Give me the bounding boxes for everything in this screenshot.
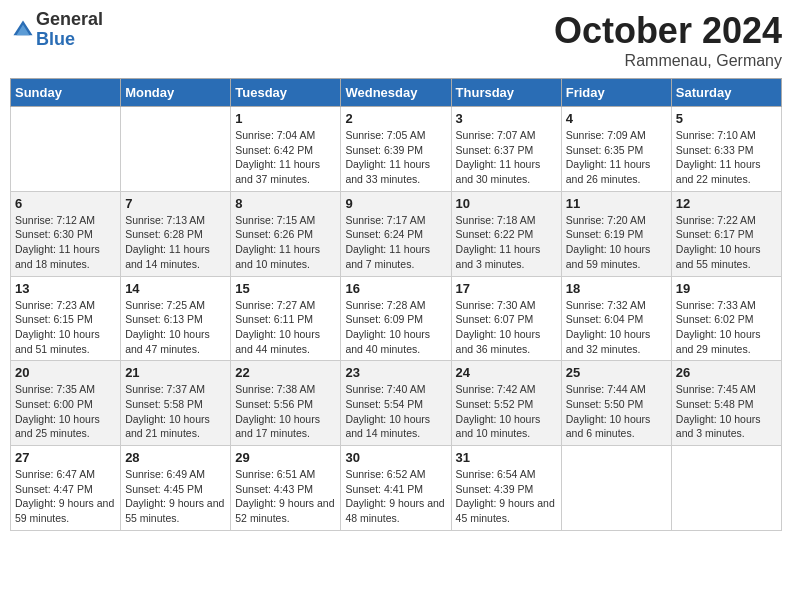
calendar-cell: 2Sunrise: 7:05 AMSunset: 6:39 PMDaylight… [341, 107, 451, 192]
day-number: 31 [456, 450, 557, 465]
day-of-week-header: Monday [121, 79, 231, 107]
calendar-cell: 24Sunrise: 7:42 AMSunset: 5:52 PMDayligh… [451, 361, 561, 446]
day-info: Sunrise: 7:07 AMSunset: 6:37 PMDaylight:… [456, 128, 557, 187]
day-number: 22 [235, 365, 336, 380]
day-number: 20 [15, 365, 116, 380]
day-info: Sunrise: 7:45 AMSunset: 5:48 PMDaylight:… [676, 382, 777, 441]
day-of-week-header: Tuesday [231, 79, 341, 107]
day-info: Sunrise: 7:17 AMSunset: 6:24 PMDaylight:… [345, 213, 446, 272]
calendar-header-row: SundayMondayTuesdayWednesdayThursdayFrid… [11, 79, 782, 107]
calendar-cell [121, 107, 231, 192]
day-number: 1 [235, 111, 336, 126]
day-number: 12 [676, 196, 777, 211]
day-number: 23 [345, 365, 446, 380]
day-number: 3 [456, 111, 557, 126]
day-info: Sunrise: 7:28 AMSunset: 6:09 PMDaylight:… [345, 298, 446, 357]
calendar-cell: 8Sunrise: 7:15 AMSunset: 6:26 PMDaylight… [231, 191, 341, 276]
calendar-cell [671, 446, 781, 531]
calendar-cell [11, 107, 121, 192]
calendar-week-row: 1Sunrise: 7:04 AMSunset: 6:42 PMDaylight… [11, 107, 782, 192]
day-number: 26 [676, 365, 777, 380]
calendar-cell: 21Sunrise: 7:37 AMSunset: 5:58 PMDayligh… [121, 361, 231, 446]
day-number: 9 [345, 196, 446, 211]
day-number: 28 [125, 450, 226, 465]
location-title: Rammenau, Germany [554, 52, 782, 70]
month-title: October 2024 [554, 10, 782, 52]
page-header: General Blue October 2024 Rammenau, Germ… [10, 10, 782, 70]
calendar-cell: 23Sunrise: 7:40 AMSunset: 5:54 PMDayligh… [341, 361, 451, 446]
day-number: 5 [676, 111, 777, 126]
calendar-cell: 27Sunrise: 6:47 AMSunset: 4:47 PMDayligh… [11, 446, 121, 531]
day-info: Sunrise: 7:40 AMSunset: 5:54 PMDaylight:… [345, 382, 446, 441]
calendar-week-row: 6Sunrise: 7:12 AMSunset: 6:30 PMDaylight… [11, 191, 782, 276]
day-info: Sunrise: 7:42 AMSunset: 5:52 PMDaylight:… [456, 382, 557, 441]
calendar-cell: 20Sunrise: 7:35 AMSunset: 6:00 PMDayligh… [11, 361, 121, 446]
day-number: 2 [345, 111, 446, 126]
calendar-cell: 3Sunrise: 7:07 AMSunset: 6:37 PMDaylight… [451, 107, 561, 192]
calendar-cell: 6Sunrise: 7:12 AMSunset: 6:30 PMDaylight… [11, 191, 121, 276]
day-number: 25 [566, 365, 667, 380]
day-number: 14 [125, 281, 226, 296]
day-number: 17 [456, 281, 557, 296]
day-info: Sunrise: 7:13 AMSunset: 6:28 PMDaylight:… [125, 213, 226, 272]
calendar-cell: 5Sunrise: 7:10 AMSunset: 6:33 PMDaylight… [671, 107, 781, 192]
day-number: 13 [15, 281, 116, 296]
calendar-cell: 10Sunrise: 7:18 AMSunset: 6:22 PMDayligh… [451, 191, 561, 276]
calendar-cell: 15Sunrise: 7:27 AMSunset: 6:11 PMDayligh… [231, 276, 341, 361]
day-of-week-header: Friday [561, 79, 671, 107]
calendar-table: SundayMondayTuesdayWednesdayThursdayFrid… [10, 78, 782, 531]
calendar-cell: 7Sunrise: 7:13 AMSunset: 6:28 PMDaylight… [121, 191, 231, 276]
day-info: Sunrise: 7:23 AMSunset: 6:15 PMDaylight:… [15, 298, 116, 357]
day-info: Sunrise: 6:52 AMSunset: 4:41 PMDaylight:… [345, 467, 446, 526]
day-info: Sunrise: 6:51 AMSunset: 4:43 PMDaylight:… [235, 467, 336, 526]
day-number: 24 [456, 365, 557, 380]
calendar-cell: 1Sunrise: 7:04 AMSunset: 6:42 PMDaylight… [231, 107, 341, 192]
calendar-cell: 14Sunrise: 7:25 AMSunset: 6:13 PMDayligh… [121, 276, 231, 361]
day-number: 6 [15, 196, 116, 211]
calendar-cell: 9Sunrise: 7:17 AMSunset: 6:24 PMDaylight… [341, 191, 451, 276]
calendar-cell: 17Sunrise: 7:30 AMSunset: 6:07 PMDayligh… [451, 276, 561, 361]
calendar-cell: 12Sunrise: 7:22 AMSunset: 6:17 PMDayligh… [671, 191, 781, 276]
day-info: Sunrise: 7:09 AMSunset: 6:35 PMDaylight:… [566, 128, 667, 187]
calendar-week-row: 27Sunrise: 6:47 AMSunset: 4:47 PMDayligh… [11, 446, 782, 531]
day-info: Sunrise: 7:38 AMSunset: 5:56 PMDaylight:… [235, 382, 336, 441]
calendar-cell: 19Sunrise: 7:33 AMSunset: 6:02 PMDayligh… [671, 276, 781, 361]
calendar-cell [561, 446, 671, 531]
calendar-cell: 4Sunrise: 7:09 AMSunset: 6:35 PMDaylight… [561, 107, 671, 192]
calendar-week-row: 13Sunrise: 7:23 AMSunset: 6:15 PMDayligh… [11, 276, 782, 361]
day-number: 4 [566, 111, 667, 126]
day-of-week-header: Wednesday [341, 79, 451, 107]
day-number: 19 [676, 281, 777, 296]
calendar-cell: 13Sunrise: 7:23 AMSunset: 6:15 PMDayligh… [11, 276, 121, 361]
calendar-cell: 28Sunrise: 6:49 AMSunset: 4:45 PMDayligh… [121, 446, 231, 531]
day-info: Sunrise: 6:47 AMSunset: 4:47 PMDaylight:… [15, 467, 116, 526]
calendar-cell: 25Sunrise: 7:44 AMSunset: 5:50 PMDayligh… [561, 361, 671, 446]
calendar-week-row: 20Sunrise: 7:35 AMSunset: 6:00 PMDayligh… [11, 361, 782, 446]
day-number: 21 [125, 365, 226, 380]
day-info: Sunrise: 7:33 AMSunset: 6:02 PMDaylight:… [676, 298, 777, 357]
day-info: Sunrise: 7:22 AMSunset: 6:17 PMDaylight:… [676, 213, 777, 272]
day-info: Sunrise: 7:27 AMSunset: 6:11 PMDaylight:… [235, 298, 336, 357]
title-area: October 2024 Rammenau, Germany [554, 10, 782, 70]
day-info: Sunrise: 6:54 AMSunset: 4:39 PMDaylight:… [456, 467, 557, 526]
day-number: 30 [345, 450, 446, 465]
day-number: 29 [235, 450, 336, 465]
calendar-cell: 30Sunrise: 6:52 AMSunset: 4:41 PMDayligh… [341, 446, 451, 531]
day-info: Sunrise: 6:49 AMSunset: 4:45 PMDaylight:… [125, 467, 226, 526]
calendar-cell: 11Sunrise: 7:20 AMSunset: 6:19 PMDayligh… [561, 191, 671, 276]
day-number: 18 [566, 281, 667, 296]
calendar-cell: 16Sunrise: 7:28 AMSunset: 6:09 PMDayligh… [341, 276, 451, 361]
logo-icon [12, 19, 34, 41]
day-info: Sunrise: 7:35 AMSunset: 6:00 PMDaylight:… [15, 382, 116, 441]
logo-blue-text: Blue [36, 29, 75, 49]
day-info: Sunrise: 7:04 AMSunset: 6:42 PMDaylight:… [235, 128, 336, 187]
day-number: 8 [235, 196, 336, 211]
calendar-body: 1Sunrise: 7:04 AMSunset: 6:42 PMDaylight… [11, 107, 782, 531]
day-number: 11 [566, 196, 667, 211]
day-info: Sunrise: 7:15 AMSunset: 6:26 PMDaylight:… [235, 213, 336, 272]
day-info: Sunrise: 7:12 AMSunset: 6:30 PMDaylight:… [15, 213, 116, 272]
day-number: 15 [235, 281, 336, 296]
day-number: 7 [125, 196, 226, 211]
day-info: Sunrise: 7:05 AMSunset: 6:39 PMDaylight:… [345, 128, 446, 187]
calendar-cell: 18Sunrise: 7:32 AMSunset: 6:04 PMDayligh… [561, 276, 671, 361]
